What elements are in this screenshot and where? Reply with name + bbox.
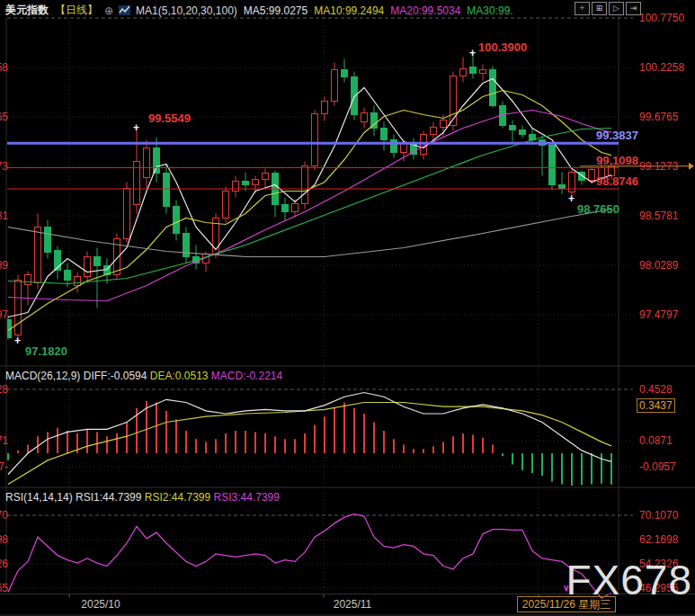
candle[interactable]	[361, 113, 368, 122]
candle[interactable]	[401, 144, 407, 153]
candle[interactable]	[589, 170, 595, 181]
candle[interactable]	[381, 129, 388, 140]
candle[interactable]	[510, 126, 516, 130]
ma10-value: MA10:99.2494	[314, 4, 384, 17]
candle[interactable]	[480, 70, 486, 74]
candle[interactable]	[243, 182, 249, 185]
candle[interactable]	[292, 204, 298, 212]
candle[interactable]	[35, 228, 41, 283]
candle[interactable]	[450, 76, 457, 126]
symbol-name: 美元指数	[5, 3, 49, 18]
rsi-line	[8, 514, 611, 599]
macd-macd-value: MACD:-0.2214	[211, 370, 282, 382]
candle[interactable]	[15, 281, 22, 335]
candle[interactable]	[352, 77, 358, 115]
candle[interactable]	[75, 277, 81, 286]
candle[interactable]	[549, 146, 556, 185]
candle[interactable]	[490, 70, 496, 106]
zoom-area-icon[interactable]: ⊞	[592, 2, 607, 15]
macd-diff-value: DIFF:-0.0594	[84, 370, 147, 382]
candle[interactable]	[253, 180, 259, 185]
candle[interactable]	[25, 275, 31, 285]
candle[interactable]	[520, 130, 526, 135]
macd-header: MACD(26,12,9) DIFF:-0.0594 DEA:0.0513 MA…	[5, 370, 282, 382]
rsi2-value: RSI2:44.7399	[145, 491, 210, 504]
fx678-watermark: FX678	[566, 556, 692, 604]
chart-canvas[interactable]	[0, 0, 695, 616]
candle[interactable]	[154, 148, 160, 174]
candle[interactable]	[431, 128, 437, 135]
rsi-header: RSI(14,14,14) RSI1:44.7399 RSI2:44.7399 …	[5, 491, 280, 504]
circle-plus-icon[interactable]: ⊕	[104, 4, 113, 17]
dea-line	[8, 403, 611, 485]
ma-settings-label[interactable]: MA1(5,10,20,30,100)	[136, 4, 237, 17]
candle[interactable]	[322, 102, 328, 114]
candle[interactable]	[441, 121, 447, 128]
candle[interactable]	[282, 205, 289, 212]
candle[interactable]	[460, 69, 467, 76]
rsi1-value: RSI1:44.7399	[76, 491, 141, 504]
ma20-line	[8, 111, 611, 301]
candle[interactable]	[65, 271, 71, 281]
chart-toolbar: +⊞▷⇥	[575, 2, 641, 15]
candlestick-chart-icon[interactable]	[119, 4, 130, 16]
candle[interactable]	[223, 192, 229, 219]
candle[interactable]	[263, 174, 269, 180]
macd-dea-value: DEA:0.0513	[150, 370, 209, 382]
macd-params-label[interactable]: MACD(26,12,9)	[5, 370, 80, 382]
pan-icon[interactable]: +	[575, 2, 590, 15]
candle[interactable]	[94, 257, 101, 266]
main-chart-panel[interactable]	[5, 53, 615, 342]
ma5-value: MA5:99.0275	[244, 4, 307, 17]
candle[interactable]	[559, 185, 566, 189]
collapse-right-icon[interactable]: ⇥	[626, 2, 641, 15]
candle[interactable]	[164, 174, 170, 207]
ma10-line	[8, 91, 611, 331]
candle[interactable]	[144, 148, 150, 178]
candle[interactable]	[312, 114, 318, 166]
candle[interactable]	[470, 67, 477, 74]
ma20-value: MA20:99.5034	[390, 4, 460, 17]
macd-crosshair-value: 0.3437	[637, 398, 675, 413]
candle[interactable]	[124, 189, 130, 239]
rsi3-value: RSI3:44.7399	[214, 491, 280, 504]
rsi-params-label[interactable]: RSI(14,14,14)	[5, 491, 73, 504]
candle[interactable]	[342, 70, 348, 77]
current-price-marker	[689, 163, 694, 170]
ma30-value: MA30:99.	[467, 4, 512, 17]
candle[interactable]	[85, 257, 91, 277]
candle[interactable]	[302, 166, 308, 204]
candle[interactable]	[332, 70, 338, 102]
diff-line	[8, 393, 611, 475]
candle[interactable]	[174, 207, 180, 234]
period-label[interactable]: 【日线】	[55, 3, 98, 18]
candle[interactable]	[599, 168, 605, 178]
chart-header: 美元指数【日线】 ⊕ MA1(5,10,20,30,100) MA5:99.02…	[5, 3, 513, 18]
candle[interactable]	[391, 140, 397, 153]
play-forward-icon[interactable]: ▷	[609, 2, 624, 15]
candle[interactable]	[45, 228, 51, 253]
trading-chart-window: 美元指数【日线】 ⊕ MA1(5,10,20,30,100) MA5:99.02…	[0, 0, 695, 616]
candle[interactable]	[233, 182, 239, 192]
